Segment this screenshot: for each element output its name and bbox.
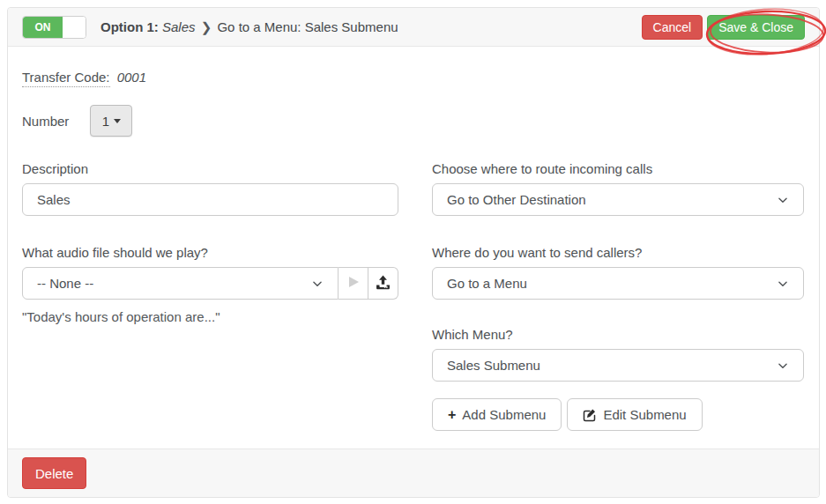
description-label: Description: [22, 161, 398, 176]
page-title: Option 1: Sales ❯ Go to a Menu: Sales Su…: [100, 19, 398, 35]
description-field-group: Description: [22, 161, 398, 216]
audio-select[interactable]: -- None --: [22, 267, 339, 300]
upload-icon: [376, 275, 391, 293]
audio-field-group: What audio file should we play? -- None …: [22, 245, 398, 324]
route-field-group: Choose where to route incoming calls Go …: [432, 161, 804, 216]
audio-input-group: -- None --: [22, 267, 398, 300]
option-action-label: Go to a Menu: Sales Submenu: [217, 19, 398, 34]
toggle-knob: [63, 17, 86, 38]
left-column: Description What audio file should we pl…: [22, 161, 398, 431]
transfer-code-label: Transfer Code:: [22, 70, 110, 87]
which-menu-label: Which Menu?: [432, 327, 804, 342]
description-input[interactable]: [22, 183, 398, 216]
form-body: Transfer Code: 0001 Number 1 Description…: [8, 47, 819, 448]
header-bar: ON Option 1: Sales ❯ Go to a Menu: Sales…: [8, 8, 819, 47]
submenu-buttons-row: + Add Submenu Edit Submenu: [432, 398, 804, 431]
audio-select-value: -- None --: [37, 276, 93, 291]
send-select-value: Go to a Menu: [447, 276, 527, 291]
transfer-code-value: 0001: [117, 70, 146, 85]
menu-field-group: Which Menu? Sales Submenu: [432, 327, 804, 382]
chevron-down-icon: [777, 278, 789, 290]
send-field-group: Where do you want to send callers? Go to…: [432, 245, 804, 300]
on-off-toggle[interactable]: ON: [22, 16, 86, 39]
add-submenu-button[interactable]: + Add Submenu: [432, 398, 562, 431]
option-number-label: Option 1:: [100, 19, 159, 34]
plus-icon: +: [448, 407, 456, 423]
breadcrumb-separator: ❯: [199, 19, 214, 34]
play-audio-button[interactable]: [339, 267, 368, 300]
route-select-value: Go to Other Destination: [447, 192, 586, 207]
number-value: 1: [102, 114, 109, 129]
upload-audio-button[interactable]: [368, 267, 398, 300]
audio-label: What audio file should we play?: [22, 245, 398, 260]
play-icon: [346, 275, 361, 292]
toggle-on-label: ON: [23, 17, 63, 38]
number-label: Number: [22, 114, 69, 129]
save-close-button[interactable]: Save & Close: [707, 15, 805, 40]
caret-down-icon: [114, 119, 121, 123]
send-label: Where do you want to send callers?: [432, 245, 804, 260]
chevron-down-icon: [777, 194, 789, 206]
which-menu-select[interactable]: Sales Submenu: [432, 349, 804, 382]
delete-button[interactable]: Delete: [22, 457, 86, 489]
header-actions: Cancel Save & Close: [642, 15, 805, 40]
pencil-square-icon: [583, 408, 597, 422]
option-name-label: Sales: [162, 19, 196, 34]
audio-hint-text: "Today's hours of operation are...": [22, 309, 398, 324]
edit-submenu-button[interactable]: Edit Submenu: [567, 398, 702, 431]
two-column-form: Description What audio file should we pl…: [22, 161, 804, 431]
footer-bar: Delete: [8, 448, 819, 497]
right-column: Choose where to route incoming calls Go …: [432, 161, 804, 431]
number-dropdown[interactable]: 1: [90, 105, 132, 137]
option-editor-panel: ON Option 1: Sales ❯ Go to a Menu: Sales…: [7, 7, 820, 498]
route-select[interactable]: Go to Other Destination: [432, 183, 804, 216]
chevron-down-icon: [311, 278, 324, 290]
edit-submenu-label: Edit Submenu: [603, 407, 686, 422]
chevron-down-icon: [777, 359, 789, 372]
which-menu-select-value: Sales Submenu: [447, 358, 540, 373]
transfer-code-row: Transfer Code: 0001: [22, 70, 804, 85]
add-submenu-label: Add Submenu: [462, 407, 546, 422]
cancel-button[interactable]: Cancel: [642, 15, 703, 40]
number-row: Number 1: [22, 105, 804, 137]
send-select[interactable]: Go to a Menu: [432, 267, 804, 300]
route-label: Choose where to route incoming calls: [432, 161, 804, 176]
